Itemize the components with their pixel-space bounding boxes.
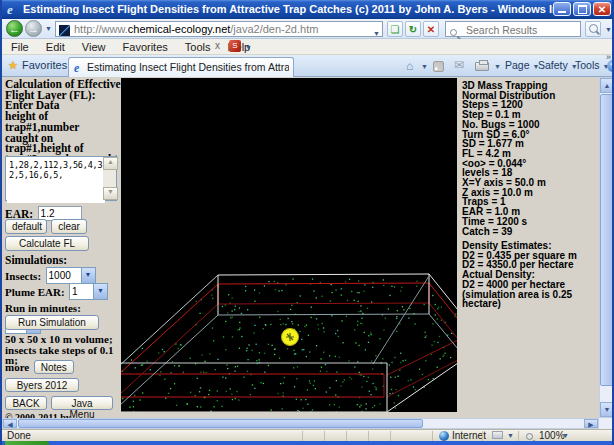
menu-bar: File Edit View Favorites Tools Help x S … (2, 39, 614, 55)
tab-row: ★ Favorites e Estimating Insect Flight D… (2, 55, 614, 77)
address-field[interactable]: http://www.chemical-ecology.net/java2/de… (55, 21, 383, 37)
clear-button[interactable]: clear (51, 219, 87, 234)
zoom-icon[interactable] (526, 433, 533, 440)
print-dropdown-icon[interactable]: ▼ (494, 63, 501, 70)
status-bar: Done Internet ▼ 100% ▼ (2, 429, 614, 441)
notes-button[interactable]: Notes (34, 360, 74, 374)
more-label: more (5, 361, 29, 373)
stop-icon[interactable]: ✕ (423, 21, 439, 37)
title-bar: e Estimating Insect Flight Densities fro… (2, 0, 614, 19)
search-options-dropdown-icon[interactable]: ▼ (605, 26, 612, 33)
horizontal-scroll-thumb[interactable] (18, 419, 423, 428)
status-text: Done (7, 430, 31, 441)
trap-data-input[interactable]: 1,28,2,112,3,56,4,32,5,16,6,5, (7, 158, 105, 203)
run-simulation-button[interactable]: Run Simulation (5, 315, 99, 330)
menu-edit[interactable]: Edit (39, 39, 72, 55)
more-row: more Notes (5, 357, 74, 375)
calculate-fl-button[interactable]: Calculate FL (5, 236, 89, 251)
menu-favorites[interactable]: Favorites (116, 39, 175, 55)
compatibility-view-icon[interactable]: ❏ (387, 21, 403, 37)
minimize-button[interactable] (553, 2, 571, 16)
scroll-left-icon[interactable]: ◀ (3, 419, 17, 428)
search-box[interactable] (445, 21, 581, 37)
horizontal-scrollbar[interactable]: ◀ ▶ (2, 418, 599, 429)
zone-text: Internet (452, 430, 486, 441)
close-button[interactable]: ✕ (593, 2, 611, 16)
menu-file[interactable]: File (4, 39, 36, 55)
back-button[interactable]: ← (6, 20, 23, 37)
safety-menu-button[interactable]: Safety ▼ (538, 59, 578, 71)
toolbar-close-icon[interactable]: x (215, 40, 220, 51)
run-minutes-row: Run in minutes: 20▼ (5, 298, 119, 313)
snagit-icon[interactable]: S (229, 40, 241, 52)
active-tab[interactable]: e Estimating Insect Flight Densities fro… (68, 57, 294, 77)
plume-ear-row: Plume EAR: 1▼ (5, 282, 119, 297)
browser-window: e Estimating Insect Flight Densities fro… (0, 0, 614, 445)
taskbar-edge (2, 441, 614, 445)
print-icon[interactable] (475, 62, 489, 71)
simulations-heading: Simulations: (5, 254, 67, 266)
trap-data-textarea-wrap: 1,28,2,112,3,56,4,32,5,16,6,5, ▲ ▼ (5, 156, 117, 201)
tools-menu-button[interactable]: Tools ▼ (575, 59, 609, 71)
simulation-parameters: 3D Mass Trapping Normal Distribution Ste… (462, 81, 598, 236)
back-button-page[interactable]: BACK (5, 396, 47, 410)
search-input[interactable] (464, 23, 576, 37)
trap-marker (282, 329, 299, 346)
run-minutes-label: Run in minutes: (5, 302, 81, 314)
simulation-canvas[interactable] (121, 78, 457, 412)
favorites-button[interactable]: Favorites (22, 59, 67, 71)
right-panel: 3D Mass Trapping Normal Distribution Ste… (457, 77, 599, 418)
density-estimates: Density Estimates: D2 = 0.435 per square… (462, 241, 598, 309)
refresh-icon[interactable]: ↻ (405, 21, 421, 37)
left-panel: Calculation of Effective Flight Layer (F… (2, 77, 121, 418)
search-go-icon[interactable] (585, 21, 601, 37)
search-icon (450, 29, 457, 36)
address-bar-row: ← → ▼ http://www.chemical-ecology.net/ja… (2, 19, 614, 39)
home-dropdown-icon[interactable]: ▼ (421, 63, 428, 70)
forward-button[interactable]: → (25, 20, 42, 37)
zoom-dropdown-icon[interactable]: ▼ (562, 432, 569, 439)
menu-tools[interactable]: Tools (178, 39, 218, 55)
tab-title: Estimating Insect Flight Densities from … (87, 61, 289, 73)
url-text: http://www.chemical-ecology.net/java2/de… (74, 22, 318, 37)
canvas-background (121, 78, 457, 412)
favorites-star-icon[interactable]: ★ (8, 59, 18, 72)
history-dropdown-icon[interactable]: ▼ (45, 25, 52, 32)
read-mail-icon[interactable]: ✉ (454, 58, 464, 72)
insects-row: Insects: 1000▼ (5, 266, 119, 281)
byers-2012-button[interactable]: Byers 2012 (5, 378, 79, 392)
tab-favicon-icon: e (74, 62, 79, 74)
zoom-level[interactable]: 100% (539, 430, 565, 441)
plume-ear-label: Plume EAR: (5, 286, 65, 298)
page-menu-button[interactable]: Page ▼ (505, 59, 539, 71)
ie-logo-icon: e (7, 3, 13, 16)
internet-zone-icon (439, 431, 449, 441)
insects-label: Insects: (5, 270, 41, 282)
scroll-right-icon[interactable]: ▶ (584, 419, 598, 428)
vertical-scroll-thumb[interactable] (600, 94, 614, 386)
status-dropdown-icon[interactable]: ▼ (507, 432, 514, 439)
textarea-scroll-up-icon[interactable]: ▲ (103, 157, 118, 170)
protected-mode-icon[interactable] (492, 431, 503, 439)
menu-view[interactable]: View (75, 39, 113, 55)
vertical-scrollbar[interactable]: ▲ ▼ (599, 77, 614, 418)
java-menu-button[interactable]: Java Menu (51, 396, 113, 410)
site-favicon (59, 25, 70, 36)
home-icon[interactable]: ⌂ (406, 59, 413, 73)
default-button[interactable]: default (5, 219, 47, 234)
snagit-dropdown-icon[interactable]: ▼ (245, 44, 252, 51)
restore-button[interactable] (573, 2, 591, 16)
start-button-edge[interactable] (5, 441, 49, 445)
rss-feed-icon[interactable] (433, 61, 444, 72)
scrollbar-corner (599, 418, 614, 429)
window-title: Estimating Insect Flight Densities from … (23, 0, 553, 19)
textarea-scroll-down-icon[interactable]: ▼ (103, 187, 118, 200)
scroll-down-icon[interactable]: ▼ (600, 402, 614, 417)
scroll-up-icon[interactable]: ▲ (600, 78, 614, 93)
toolbar-overflow-chevron[interactable]: » (606, 52, 611, 62)
